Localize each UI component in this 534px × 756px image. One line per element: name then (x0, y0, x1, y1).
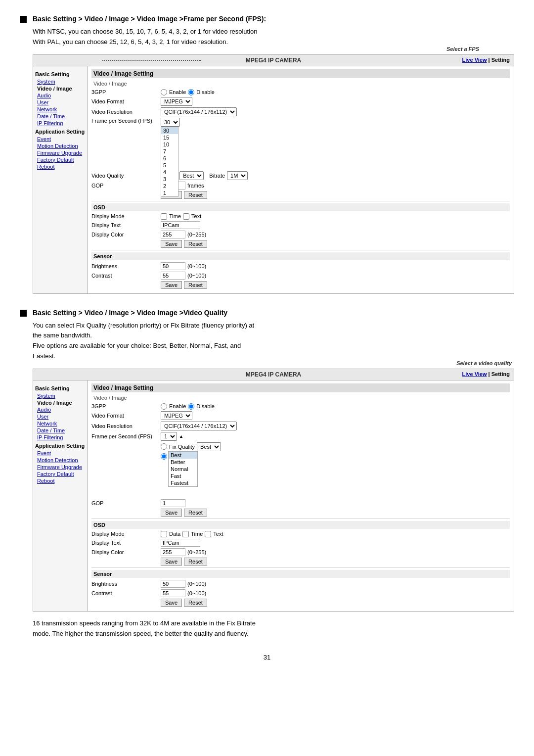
brightness-range-2: (0~100) (187, 581, 206, 587)
select-video-format-2[interactable]: MJPEG (161, 411, 192, 420)
reset-btn-2[interactable]: Reset (184, 509, 207, 517)
select-fps-2[interactable]: 1 (161, 432, 177, 441)
vq-option-best[interactable]: Best (169, 452, 197, 459)
cb-text-2[interactable] (205, 531, 211, 537)
select-vq-2[interactable]: Best (197, 442, 221, 451)
fps-option-5[interactable]: 5 (161, 162, 178, 169)
sidebar2-reboot[interactable]: Reboot (35, 477, 85, 484)
input-brightness-2[interactable] (161, 580, 185, 588)
radio-fix-quality-2[interactable] (161, 443, 167, 450)
sidebar2-firmware-upgrade[interactable]: Firmware Upgrade (35, 464, 85, 471)
live-view-link-1[interactable]: Live View (462, 57, 487, 63)
sidebar2-event[interactable]: Event (35, 450, 85, 457)
reset-sensor-btn-2[interactable]: Reset (184, 599, 207, 607)
reset-sensor-btn-1[interactable]: Reset (184, 281, 207, 289)
brightness-range-1: (0~100) (187, 263, 206, 269)
section1-body-line1: With NTSC, you can choose 30, 15, 10, 7,… (33, 27, 514, 37)
fps-option-30[interactable]: 30 (161, 127, 178, 134)
sidebar1-audio[interactable]: Audio (35, 92, 85, 99)
sidebar2-factory-default[interactable]: Factory Default (35, 471, 85, 477)
save-btn-2[interactable]: Save (161, 509, 182, 517)
sidebar2-ip-filtering[interactable]: IP Filtering (35, 434, 85, 441)
input-contrast-2[interactable] (161, 589, 185, 597)
ctrl-contrast-2: (0~100) (161, 589, 206, 597)
select-quality-1[interactable]: Best (179, 171, 204, 180)
cb-time-1[interactable] (161, 213, 167, 220)
select-fps-1[interactable]: 30 (161, 118, 180, 127)
sidebar1-network[interactable]: Network (35, 106, 85, 113)
camera-panel-2-header: MPEG4 IP CAMERA Live View | Setting Sele… (33, 369, 514, 380)
sidebar1-user[interactable]: User (35, 99, 85, 106)
fix-quality-row: Fix Quality Best (161, 442, 221, 451)
fps-option-1[interactable]: 1 (161, 189, 178, 196)
sidebar1-event[interactable]: Event (35, 136, 85, 142)
sidebar2-user[interactable]: User (35, 413, 85, 420)
cb-data-2[interactable] (161, 531, 167, 537)
vq-option-fastest[interactable]: Fastest (169, 479, 197, 486)
label-video-format-1: Video Format (91, 98, 161, 104)
reset-osd-btn-1[interactable]: Reset (184, 240, 207, 248)
input-display-color-2[interactable] (161, 548, 185, 556)
sidebar2-date-time[interactable]: Date / Time (35, 427, 85, 434)
fps-option-2[interactable]: 2 (161, 183, 178, 189)
radio-enable-2[interactable] (161, 403, 167, 410)
fps-option-3[interactable]: 3 (161, 176, 178, 183)
sidebar1-firmware-upgrade[interactable]: Firmware Upgrade (35, 149, 85, 156)
fps-option-7[interactable]: 7 (161, 148, 178, 155)
sidebar2-audio[interactable]: Audio (35, 406, 85, 413)
camera-panel-2-body: Basic Setting System Video / Image Audio… (33, 380, 514, 611)
reset-btn-1[interactable]: Reset (184, 191, 207, 199)
reset-osd-btn-2[interactable]: Reset (184, 558, 207, 566)
vq-option-normal[interactable]: Normal (169, 466, 197, 472)
sidebar1-video-image[interactable]: Video / Image (35, 85, 85, 92)
radio-enable-1[interactable] (161, 89, 167, 95)
bullet-icon-2 (20, 310, 27, 317)
section1-main-title: Video / Image Setting (91, 69, 510, 78)
sidebar1-ip-filtering[interactable]: IP Filtering (35, 120, 85, 127)
select-bitrate-1[interactable]: 1M (227, 171, 248, 180)
row-display-mode-2: Display Mode Data Time Text (91, 531, 510, 537)
row-brightness-2: Brightness (0~100) (91, 580, 510, 588)
radio-disable-2[interactable] (188, 403, 194, 410)
sidebar1-reboot[interactable]: Reboot (35, 163, 85, 170)
live-view-link-2[interactable]: Live View (462, 371, 487, 377)
input-display-text-2[interactable] (161, 539, 200, 547)
input-display-text-1[interactable] (161, 221, 200, 229)
vq-option-better[interactable]: Better (169, 459, 197, 466)
input-brightness-1[interactable] (161, 262, 185, 270)
ctrl-video-quality-2: Fix Quality Best Best Better Normal Fast… (161, 442, 221, 460)
sidebar2-network[interactable]: Network (35, 420, 85, 427)
save-sensor-btn-2[interactable]: Save (161, 599, 182, 607)
save-osd-btn-2[interactable]: Save (161, 558, 182, 566)
cb-time-2[interactable] (182, 531, 189, 537)
sidebar1-date-time[interactable]: Date / Time (35, 113, 85, 120)
sidebar2-video-image[interactable]: Video / Image (35, 399, 85, 406)
sidebar1-motion-detection[interactable]: Motion Detection (35, 142, 85, 149)
radio-fix-bitrate-2[interactable] (161, 453, 167, 460)
ctrl-save-reset-osd-1: Save Reset (161, 240, 207, 248)
fps-option-10[interactable]: 10 (161, 141, 178, 148)
fps-option-4[interactable]: 4 (161, 169, 178, 176)
sidebar1-system[interactable]: System (35, 78, 85, 85)
sidebar1-factory-default[interactable]: Factory Default (35, 156, 85, 163)
sidebar2-system[interactable]: System (35, 392, 85, 399)
fps-dropdown-open[interactable]: 30 15 10 7 6 5 4 3 2 1 (161, 127, 178, 197)
ctrl-display-mode-2: Data Time Text (161, 531, 223, 537)
input-contrast-1[interactable] (161, 272, 185, 280)
cb-text-1[interactable] (183, 213, 189, 220)
input-display-color-1[interactable] (161, 231, 185, 238)
row-gop-1: GOP frames (91, 182, 510, 189)
radio-disable-1[interactable] (188, 89, 194, 95)
select-video-resolution-1[interactable]: QCIF(176x144 / 176x112) (161, 107, 237, 116)
fps-option-6[interactable]: 6 (161, 155, 178, 162)
save-osd-btn-1[interactable]: Save (161, 240, 182, 248)
live-setting-1: Live View | Setting (462, 57, 510, 63)
input-gop-2[interactable] (161, 499, 185, 507)
select-video-resolution-2[interactable]: QCIF(176x144 / 176x112) (161, 422, 237, 430)
sidebar2-motion-detection[interactable]: Motion Detection (35, 457, 85, 464)
select-video-format-1[interactable]: MJPEG (161, 97, 192, 106)
vq-option-fast[interactable]: Fast (169, 472, 197, 479)
save-sensor-btn-1[interactable]: Save (161, 281, 182, 289)
fps-option-15[interactable]: 15 (161, 134, 178, 141)
vq-dropdown-open[interactable]: Best Better Normal Fast Fastest (168, 451, 198, 487)
